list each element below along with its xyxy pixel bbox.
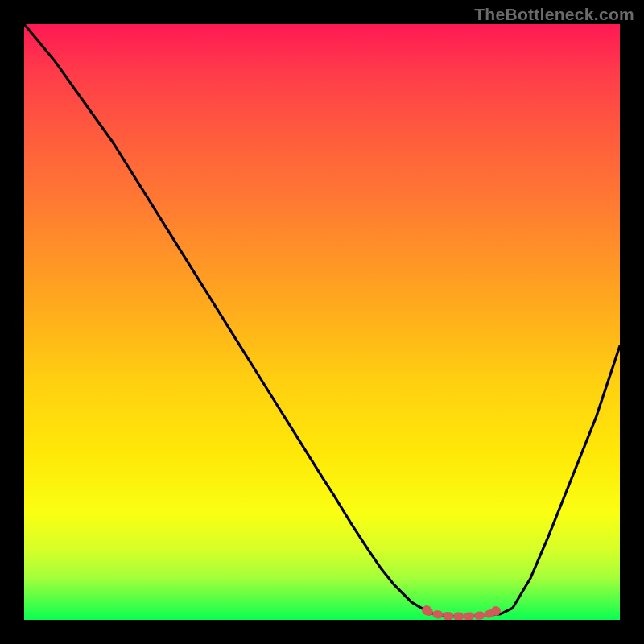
bottleneck-curve: [24, 24, 620, 620]
plot-area: [24, 24, 620, 620]
trough-accent-dot-right: [491, 606, 501, 616]
curve-path: [24, 24, 620, 617]
chart-frame: TheBottleneck.com: [0, 0, 644, 644]
trough-accent: [427, 611, 494, 617]
trough-accent-dot-left: [422, 605, 431, 615]
attribution-label: TheBottleneck.com: [474, 5, 634, 24]
